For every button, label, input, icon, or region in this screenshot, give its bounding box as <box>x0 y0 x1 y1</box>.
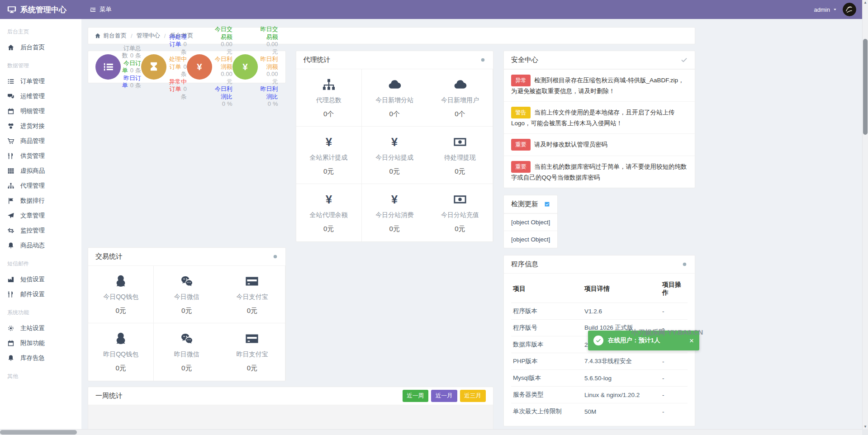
collapse-dot-icon[interactable] <box>682 261 688 267</box>
sidebar-item-icon <box>7 355 14 362</box>
vertical-scrollbar[interactable]: ▲ ▼ <box>862 0 868 429</box>
stat-row: 待处理订单0条 <box>166 33 187 56</box>
sidebar-item-icon <box>7 78 14 85</box>
menu-toggle[interactable]: 菜单 <box>81 0 120 19</box>
stat-unit: 条 <box>181 71 187 77</box>
item-detail: 50M <box>583 403 660 420</box>
cell-label: 今日分站消费 <box>375 211 413 219</box>
table-row: 单次最大上传限制 50M - <box>511 403 688 420</box>
item-name: 单次最大上传限制 <box>511 403 583 420</box>
top-header: 系统管理中心 菜单 admin <box>0 0 868 19</box>
sidebar-item[interactable]: 后台首页 › <box>0 40 81 55</box>
trade-stat-cell: 今日QQ钱包 0元 <box>88 266 154 323</box>
sidebar-item[interactable]: 商品管理 › <box>0 133 81 148</box>
range-button[interactable]: 近三月 <box>460 390 486 402</box>
sidebar-section-label: 系统功能 <box>0 302 81 321</box>
sidebar-item[interactable]: 运维管理 › <box>0 89 81 104</box>
sidebar-section-label: 数据管理 <box>0 55 81 74</box>
sidebar-item-label: 虚拟商品 <box>20 167 45 175</box>
sidebar-item-label: 库存告急 <box>20 354 45 362</box>
sidebar-item[interactable]: 商品动态 › <box>0 238 81 253</box>
horizontal-scrollbar[interactable] <box>0 429 862 435</box>
stat-unit: 元 <box>227 48 232 55</box>
scroll-up-arrow-icon[interactable]: ▲ <box>863 0 868 5</box>
breadcrumb-item-front-home[interactable]: 前台首页 <box>103 32 127 40</box>
range-button[interactable]: 近一月 <box>431 390 457 402</box>
sidebar-item[interactable]: 进货对接 › <box>0 118 81 133</box>
stat-unit: 元 <box>272 78 278 85</box>
trade-stat-cell: 昨日QQ钱包 0元 <box>88 323 154 381</box>
security-item: 异常检测到根目录存在压缩包秋云商城-特供版_AaBDF.zip，为避免被盗取重要… <box>504 69 695 101</box>
cell-icon <box>245 274 259 288</box>
sidebar: 后台主页 后台首页 › 数据管理 <box>0 19 81 435</box>
sidebar-item[interactable]: 供货管理 › <box>0 148 81 163</box>
cell-label: 昨日支付宝 <box>236 350 268 359</box>
agent-stat-cell: 代理总数 0个 <box>296 69 362 127</box>
close-icon[interactable]: × <box>689 337 694 345</box>
avatar[interactable] <box>843 3 856 16</box>
stat-unit: 元 <box>272 48 278 55</box>
square-check-icon[interactable] <box>544 201 550 207</box>
sidebar-item-label: 附加功能 <box>20 339 45 347</box>
security-item: 警告当前上传文件使用的是本地储存，且开启了分站上传Logo，可能会被黑客上传木马… <box>504 101 695 133</box>
sidebar-item[interactable]: 监控管理 › <box>0 223 81 238</box>
sidebar-item[interactable]: 短信设置 › <box>0 272 81 287</box>
sidebar-section-label: 后台主页 <box>0 21 81 40</box>
column-header: 项目 <box>511 275 583 303</box>
menu-icon <box>90 6 96 13</box>
sidebar-item[interactable]: 文章管理 › <box>0 208 81 223</box>
item-detail: 5.6.50-log <box>583 370 660 387</box>
sidebar-item[interactable]: 主站设置 › <box>0 321 81 336</box>
sidebar-item[interactable]: 明细管理 › <box>0 104 81 118</box>
stat-row: 今日利润比0% <box>212 85 232 108</box>
scroll-down-arrow-icon[interactable]: ▼ <box>863 425 868 429</box>
stat-row: 今日交易额0.00元 <box>212 26 232 56</box>
sidebar-item-label: 数据排行 <box>20 197 45 205</box>
sidebar-item-label: 供货管理 <box>20 152 45 160</box>
agent-stat-cell: ¥ 今日分站消费 0元 <box>362 184 427 241</box>
sidebar-item[interactable]: 代理管理 › <box>0 178 81 193</box>
sidebar-item-icon <box>7 93 14 100</box>
cell-value: 0个 <box>323 110 334 118</box>
cell-icon <box>114 331 128 346</box>
breadcrumb-item-admin-center[interactable]: 管理中心 <box>137 32 160 40</box>
collapse-dot-icon[interactable] <box>480 57 486 63</box>
avatar-image <box>843 3 856 16</box>
check-icon <box>681 57 688 63</box>
stat-row: 异常中订单0条 <box>166 78 187 101</box>
stat-unit: 条 <box>135 67 141 74</box>
svg-text:¥: ¥ <box>197 61 202 72</box>
sidebar-item[interactable]: 虚拟商品 › <box>0 163 81 178</box>
sidebar-item[interactable]: 数据排行 › <box>0 193 81 208</box>
username: admin <box>814 6 830 13</box>
sidebar-item[interactable]: 附加功能 › <box>0 336 81 350</box>
sidebar-item[interactable]: 库存告急 › <box>0 350 81 365</box>
item-action: - <box>660 403 688 420</box>
trade-stat-cell: 昨日微信 0元 <box>154 323 219 381</box>
sidebar-item-icon <box>7 182 14 189</box>
app-brand[interactable]: 系统管理中心 <box>0 0 81 19</box>
cell-icon <box>245 331 259 346</box>
horizontal-scroll-thumb[interactable] <box>0 430 77 435</box>
cell-icon <box>322 77 336 92</box>
sidebar-item-label: 监控管理 <box>20 227 45 235</box>
stat-card-icon-circle: ¥ <box>232 54 258 80</box>
cell-label: 今日分站提成 <box>375 154 413 162</box>
vertical-scroll-thumb[interactable] <box>863 39 868 135</box>
stat-row: 处理中订单0条 <box>166 56 187 78</box>
item-detail: Linux & nginx/1.20.2 <box>583 387 660 403</box>
collapse-dot-icon[interactable] <box>272 254 278 260</box>
cell-icon <box>453 192 467 207</box>
item-name: 数据库版本 <box>511 336 583 353</box>
sidebar-item[interactable]: 邮件设置 › <box>0 287 81 302</box>
stat-icon <box>102 61 114 73</box>
cell-value: 0个 <box>455 110 465 118</box>
cell-label: 昨日QQ钱包 <box>103 350 138 359</box>
user-dropdown[interactable]: admin <box>814 6 837 13</box>
severity-badge: 重要 <box>511 161 531 173</box>
stat-unit: 条 <box>181 93 187 100</box>
watermark: 小刀娱乐网-YY.BA9.CN <box>631 328 703 337</box>
range-button[interactable]: 近一周 <box>403 390 429 402</box>
sidebar-item[interactable]: 订单管理 › <box>0 74 81 89</box>
stat-row: 今日订单0条 <box>121 60 141 75</box>
